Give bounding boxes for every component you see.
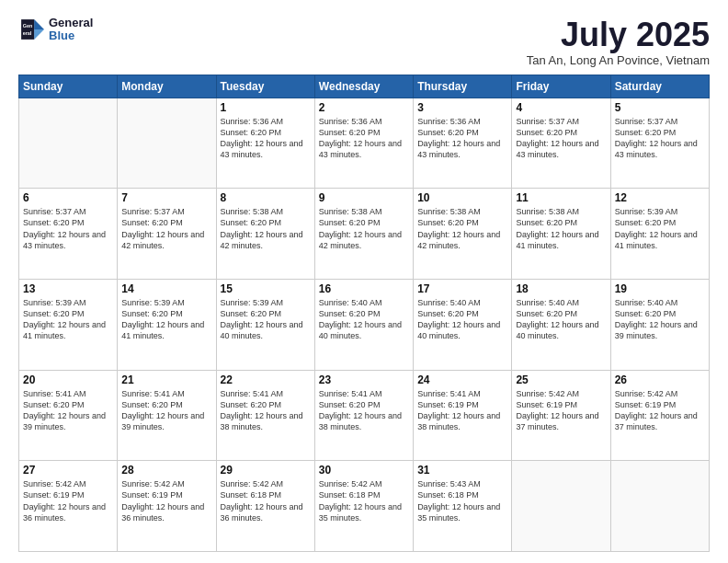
calendar-week-row: 27Sunrise: 5:42 AM Sunset: 6:19 PM Dayli… <box>19 461 710 552</box>
day-number: 5 <box>615 101 705 114</box>
day-info: Sunrise: 5:36 AM Sunset: 6:20 PM Dayligh… <box>319 116 409 161</box>
day-number: 3 <box>417 101 507 114</box>
day-info: Sunrise: 5:40 AM Sunset: 6:20 PM Dayligh… <box>417 297 507 342</box>
page-subtitle: Tan An, Long An Povince, Vietnam <box>527 53 710 67</box>
calendar-day-cell: 15Sunrise: 5:39 AM Sunset: 6:20 PM Dayli… <box>216 279 314 370</box>
svg-rect-2 <box>21 19 34 40</box>
day-number: 29 <box>221 464 311 477</box>
day-info: Sunrise: 5:38 AM Sunset: 6:20 PM Dayligh… <box>221 206 311 251</box>
calendar-day-cell: 6Sunrise: 5:37 AM Sunset: 6:20 PM Daylig… <box>19 189 118 280</box>
calendar-day-cell: 21Sunrise: 5:41 AM Sunset: 6:20 PM Dayli… <box>118 370 216 461</box>
day-number: 15 <box>221 282 311 295</box>
calendar-table: SundayMondayTuesdayWednesdayThursdayFrid… <box>18 75 710 552</box>
day-info: Sunrise: 5:41 AM Sunset: 6:20 PM Dayligh… <box>221 388 311 433</box>
calendar-day-cell: 30Sunrise: 5:42 AM Sunset: 6:18 PM Dayli… <box>314 461 413 552</box>
calendar-day-cell: 29Sunrise: 5:42 AM Sunset: 6:18 PM Dayli… <box>216 461 314 552</box>
day-number: 18 <box>516 282 606 295</box>
page-title: July 2025 <box>527 17 710 53</box>
day-number: 11 <box>516 191 606 204</box>
day-number: 22 <box>221 373 311 386</box>
calendar-week-row: 20Sunrise: 5:41 AM Sunset: 6:20 PM Dayli… <box>19 370 710 461</box>
day-info: Sunrise: 5:42 AM Sunset: 6:18 PM Dayligh… <box>319 478 409 523</box>
day-info: Sunrise: 5:39 AM Sunset: 6:20 PM Dayligh… <box>121 297 211 342</box>
day-number: 14 <box>121 282 211 295</box>
day-number: 30 <box>319 464 409 477</box>
day-info: Sunrise: 5:42 AM Sunset: 6:19 PM Dayligh… <box>615 388 705 433</box>
day-info: Sunrise: 5:42 AM Sunset: 6:19 PM Dayligh… <box>23 478 113 523</box>
calendar-day-cell: 9Sunrise: 5:38 AM Sunset: 6:20 PM Daylig… <box>314 189 413 280</box>
day-number: 31 <box>417 464 507 477</box>
calendar-day-cell: 17Sunrise: 5:40 AM Sunset: 6:20 PM Dayli… <box>414 279 512 370</box>
day-info: Sunrise: 5:37 AM Sunset: 6:20 PM Dayligh… <box>516 116 606 161</box>
day-number: 25 <box>516 373 606 386</box>
day-info: Sunrise: 5:41 AM Sunset: 6:20 PM Dayligh… <box>319 388 409 433</box>
calendar-day-cell: 27Sunrise: 5:42 AM Sunset: 6:19 PM Dayli… <box>19 461 118 552</box>
calendar-day-cell: 23Sunrise: 5:41 AM Sunset: 6:20 PM Dayli… <box>314 370 413 461</box>
calendar-day-cell: 19Sunrise: 5:40 AM Sunset: 6:20 PM Dayli… <box>610 279 709 370</box>
svg-marker-1 <box>34 29 44 40</box>
calendar-day-cell: 22Sunrise: 5:41 AM Sunset: 6:20 PM Dayli… <box>216 370 314 461</box>
day-info: Sunrise: 5:42 AM Sunset: 6:19 PM Dayligh… <box>121 478 211 523</box>
day-info: Sunrise: 5:39 AM Sunset: 6:20 PM Dayligh… <box>221 297 311 342</box>
page: Gen eral General Blue July 2025 Tan An, … <box>0 0 728 563</box>
calendar-day-cell: 28Sunrise: 5:42 AM Sunset: 6:19 PM Dayli… <box>118 461 216 552</box>
day-info: Sunrise: 5:38 AM Sunset: 6:20 PM Dayligh… <box>417 206 507 251</box>
calendar-day-header: Friday <box>512 75 610 98</box>
day-info: Sunrise: 5:37 AM Sunset: 6:20 PM Dayligh… <box>23 206 113 251</box>
day-number: 6 <box>23 191 113 204</box>
svg-text:Gen: Gen <box>23 24 33 29</box>
day-info: Sunrise: 5:38 AM Sunset: 6:20 PM Dayligh… <box>319 206 409 251</box>
calendar-day-cell: 18Sunrise: 5:40 AM Sunset: 6:20 PM Dayli… <box>512 279 610 370</box>
calendar-day-cell: 4Sunrise: 5:37 AM Sunset: 6:20 PM Daylig… <box>512 98 610 189</box>
day-info: Sunrise: 5:42 AM Sunset: 6:19 PM Dayligh… <box>516 388 606 433</box>
calendar-week-row: 13Sunrise: 5:39 AM Sunset: 6:20 PM Dayli… <box>19 279 710 370</box>
day-number: 16 <box>319 282 409 295</box>
day-info: Sunrise: 5:40 AM Sunset: 6:20 PM Dayligh… <box>615 297 705 342</box>
calendar-day-cell: 25Sunrise: 5:42 AM Sunset: 6:19 PM Dayli… <box>512 370 610 461</box>
day-info: Sunrise: 5:39 AM Sunset: 6:20 PM Dayligh… <box>23 297 113 342</box>
day-info: Sunrise: 5:36 AM Sunset: 6:20 PM Dayligh… <box>221 116 311 161</box>
day-info: Sunrise: 5:40 AM Sunset: 6:20 PM Dayligh… <box>516 297 606 342</box>
calendar-day-cell: 12Sunrise: 5:39 AM Sunset: 6:20 PM Dayli… <box>610 189 709 280</box>
calendar-day-cell: 24Sunrise: 5:41 AM Sunset: 6:19 PM Dayli… <box>414 370 512 461</box>
day-number: 19 <box>615 282 705 295</box>
calendar-week-row: 1Sunrise: 5:36 AM Sunset: 6:20 PM Daylig… <box>19 98 710 189</box>
day-number: 1 <box>221 101 311 114</box>
day-number: 24 <box>417 373 507 386</box>
title-block: July 2025 Tan An, Long An Povince, Vietn… <box>527 17 710 67</box>
calendar-header: SundayMondayTuesdayWednesdayThursdayFrid… <box>19 75 710 98</box>
day-info: Sunrise: 5:43 AM Sunset: 6:18 PM Dayligh… <box>417 478 507 523</box>
day-number: 4 <box>516 101 606 114</box>
calendar-day-cell: 10Sunrise: 5:38 AM Sunset: 6:20 PM Dayli… <box>414 189 512 280</box>
day-number: 13 <box>23 282 113 295</box>
calendar-day-cell <box>118 98 216 189</box>
day-info: Sunrise: 5:42 AM Sunset: 6:18 PM Dayligh… <box>221 478 311 523</box>
calendar-day-cell: 7Sunrise: 5:37 AM Sunset: 6:20 PM Daylig… <box>118 189 216 280</box>
day-number: 9 <box>319 191 409 204</box>
day-number: 10 <box>417 191 507 204</box>
calendar-day-cell: 11Sunrise: 5:38 AM Sunset: 6:20 PM Dayli… <box>512 189 610 280</box>
svg-text:eral: eral <box>23 31 32 37</box>
day-number: 21 <box>121 373 211 386</box>
calendar-day-cell: 31Sunrise: 5:43 AM Sunset: 6:18 PM Dayli… <box>414 461 512 552</box>
logo-text: General Blue <box>49 17 93 43</box>
calendar-day-header: Sunday <box>19 75 118 98</box>
day-info: Sunrise: 5:41 AM Sunset: 6:20 PM Dayligh… <box>121 388 211 433</box>
calendar-body: 1Sunrise: 5:36 AM Sunset: 6:20 PM Daylig… <box>19 98 710 551</box>
calendar-day-header: Tuesday <box>216 75 314 98</box>
day-info: Sunrise: 5:39 AM Sunset: 6:20 PM Dayligh… <box>615 206 705 251</box>
day-info: Sunrise: 5:41 AM Sunset: 6:19 PM Dayligh… <box>417 388 507 433</box>
calendar-day-cell: 3Sunrise: 5:36 AM Sunset: 6:20 PM Daylig… <box>414 98 512 189</box>
day-info: Sunrise: 5:37 AM Sunset: 6:20 PM Dayligh… <box>615 116 705 161</box>
calendar-day-cell: 1Sunrise: 5:36 AM Sunset: 6:20 PM Daylig… <box>216 98 314 189</box>
calendar-day-cell <box>610 461 709 552</box>
day-number: 26 <box>615 373 705 386</box>
header-row: SundayMondayTuesdayWednesdayThursdayFrid… <box>19 75 710 98</box>
day-number: 23 <box>319 373 409 386</box>
calendar-day-cell: 13Sunrise: 5:39 AM Sunset: 6:20 PM Dayli… <box>19 279 118 370</box>
logo: Gen eral General Blue <box>18 17 93 43</box>
logo-icon: Gen eral <box>18 17 44 42</box>
calendar-day-cell <box>19 98 118 189</box>
calendar-day-header: Saturday <box>610 75 709 98</box>
header: Gen eral General Blue July 2025 Tan An, … <box>18 17 710 67</box>
